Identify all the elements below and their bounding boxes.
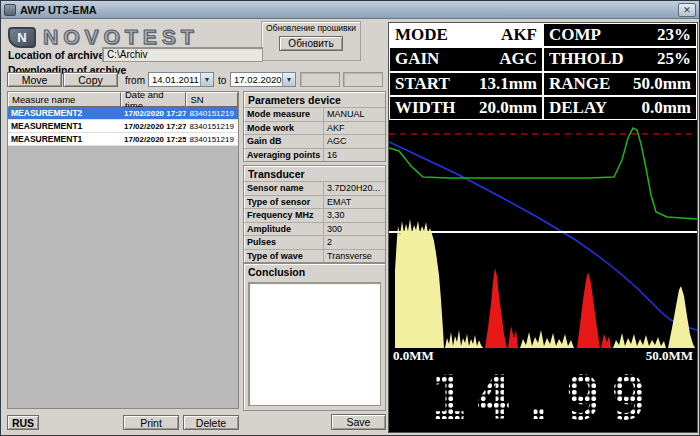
param-row: Mode measure MANUAL: [244, 107, 385, 121]
table-row[interactable]: MEASUREMENT1 17/02/2020 17:25 8340151219: [8, 133, 238, 146]
firmware-group: Обновление прошивки Обновить: [261, 21, 361, 61]
delete-button[interactable]: Delete: [183, 415, 239, 430]
param-label: Pulses: [244, 236, 324, 249]
param-row: Amplitude 300: [244, 222, 385, 236]
reading-value: 23%: [657, 25, 691, 45]
reading-value: AGC: [499, 49, 537, 69]
table-row[interactable]: MEASUREMENT1 17/02/2020 17:27 8340151219: [8, 120, 238, 133]
param-value: 2: [324, 236, 385, 249]
disabled-field-2: [343, 72, 383, 87]
reading-start: START 13.1mm: [389, 72, 543, 96]
logo-text: NOVOTEST: [43, 25, 199, 49]
parameters-device-title: Parameters device: [244, 92, 385, 107]
app-window: AWP UT3-EMA ✕ N NOVOTEST Обновление прош…: [0, 0, 700, 436]
app-icon: [4, 4, 16, 16]
window-title: AWP UT3-EMA: [20, 4, 674, 16]
reading-label: DELAY: [549, 98, 607, 118]
from-date-picker[interactable]: 14.01.2011 ▾: [148, 72, 214, 87]
param-row: Pulses 2: [244, 235, 385, 249]
language-rus-button[interactable]: RUS: [7, 415, 39, 430]
param-label: Gain dB: [244, 135, 324, 148]
measure-sn-cell: 8340151219: [186, 133, 238, 145]
from-date-value: 14.01.2011: [152, 74, 199, 85]
main-area: N NOVOTEST Обновление прошивки Обновить …: [1, 19, 699, 435]
archive-path-field[interactable]: C:\Archiv: [102, 47, 263, 62]
param-value: MANUAL: [324, 108, 385, 121]
transducer-group: Transducer Sensor name 3.7D20H20... Type…: [243, 165, 386, 263]
param-label: Amplitude: [244, 223, 324, 236]
novotest-logo: N NOVOTEST: [8, 25, 199, 49]
reading-value: 0.0mm: [641, 98, 691, 118]
reading-width: WIDTH 20.0mm: [389, 96, 543, 120]
measure-date-cell: 17/02/2020 17:27: [121, 107, 186, 119]
to-label: to: [218, 75, 226, 86]
param-value: Transverse: [324, 250, 385, 263]
measure-date-cell: 17/02/2020 17:25: [121, 133, 186, 145]
column-header-sn[interactable]: SN: [186, 92, 238, 107]
param-value: 3.7D20H20...: [324, 182, 385, 195]
measure-sn-cell: 8340151219: [186, 107, 238, 119]
scale-min-label: 0.0MM: [393, 348, 434, 364]
title-bar[interactable]: AWP UT3-EMA ✕: [1, 1, 699, 19]
param-value: 3,30: [324, 209, 385, 222]
close-icon[interactable]: ✕: [678, 3, 696, 17]
param-row: Frequency MHz 3,30: [244, 208, 385, 222]
param-value: 300: [324, 223, 385, 236]
firmware-group-label: Обновление прошивки: [262, 23, 360, 33]
table-row[interactable]: MEASUREMENT2 17/02/2020 17:27 8340151219: [8, 107, 238, 120]
to-date-value: 17.02.2020: [234, 74, 282, 85]
instrument-display: MODE AKF COMP 23% GAIN AGC THHOLD 25% ST…: [388, 22, 698, 433]
archive-location-label: Location of archive:: [8, 49, 108, 61]
reading-comp: COMP 23%: [543, 23, 697, 47]
measure-list-header: Measure name Date and time SN: [8, 92, 238, 107]
chevron-down-icon[interactable]: ▾: [282, 73, 295, 86]
reading-label: WIDTH: [395, 98, 455, 118]
disabled-field-1: [300, 72, 340, 87]
param-value: AKF: [324, 122, 385, 135]
reading-label: MODE: [395, 25, 448, 45]
reading-delay: DELAY 0.0mm: [543, 96, 697, 120]
reading-gain: GAIN AGC: [389, 47, 543, 71]
param-label: Frequency MHz: [244, 209, 324, 222]
column-header-measure-name[interactable]: Measure name: [8, 92, 121, 107]
reading-value: 50.0mm: [633, 74, 691, 94]
to-date-picker[interactable]: 17.02.2020 ▾: [230, 72, 296, 87]
param-label: Mode measure: [244, 108, 324, 121]
reading-mode: MODE AKF: [389, 23, 543, 47]
param-row: Gain dB AGC: [244, 134, 385, 148]
reading-value: 13.1mm: [479, 74, 537, 94]
param-value: EMAT: [324, 196, 385, 209]
conclusion-textarea[interactable]: [248, 282, 381, 406]
measure-name-cell: MEASUREMENT1: [8, 133, 121, 145]
param-label: Mode work: [244, 122, 324, 135]
print-button[interactable]: Print: [123, 415, 179, 430]
conclusion-group: Conclusion: [243, 263, 386, 411]
param-row: Type of sensor EMAT: [244, 195, 385, 209]
column-header-date[interactable]: Date and time: [121, 92, 186, 107]
param-row: Mode work AKF: [244, 121, 385, 135]
chevron-down-icon[interactable]: ▾: [200, 73, 213, 86]
logo-letter: N: [17, 30, 26, 45]
scale-max-label: 50.0MM: [646, 348, 693, 364]
update-firmware-button[interactable]: Обновить: [279, 36, 343, 51]
measure-list: Measure name Date and time SN MEASUREMEN…: [7, 91, 239, 409]
reading-label: COMP: [549, 25, 601, 45]
save-button[interactable]: Save: [331, 414, 386, 430]
measure-sn-cell: 8340151219: [186, 120, 238, 132]
param-value: 16: [324, 149, 385, 162]
archive-path-value: C:\Archiv: [107, 49, 148, 60]
param-value: AGC: [324, 135, 385, 148]
novotest-logo-icon: N: [8, 27, 36, 48]
transducer-title: Transducer: [244, 166, 385, 181]
param-row: Type of wave Transverse: [244, 249, 385, 263]
param-label: Averaging points: [244, 149, 324, 162]
measure-date-cell: 17/02/2020 17:27: [121, 120, 186, 132]
waveform-scale: 0.0MM 50.0MM: [389, 348, 697, 363]
readings-grid: MODE AKF COMP 23% GAIN AGC THHOLD 25% ST…: [389, 23, 697, 120]
conclusion-title: Conclusion: [244, 264, 385, 279]
copy-button[interactable]: Copy: [63, 72, 118, 87]
move-button[interactable]: Move: [7, 72, 62, 87]
reading-range: RANGE 50.0mm: [543, 72, 697, 96]
reading-label: THHOLD: [549, 49, 624, 69]
measurement-readout: 14.99: [389, 363, 697, 433]
